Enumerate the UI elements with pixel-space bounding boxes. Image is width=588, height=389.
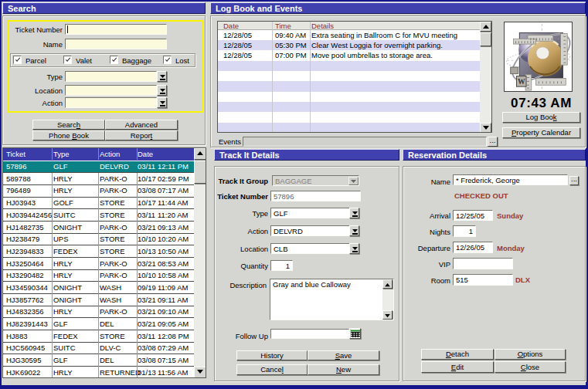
svg-text:W: W [518, 77, 525, 86]
